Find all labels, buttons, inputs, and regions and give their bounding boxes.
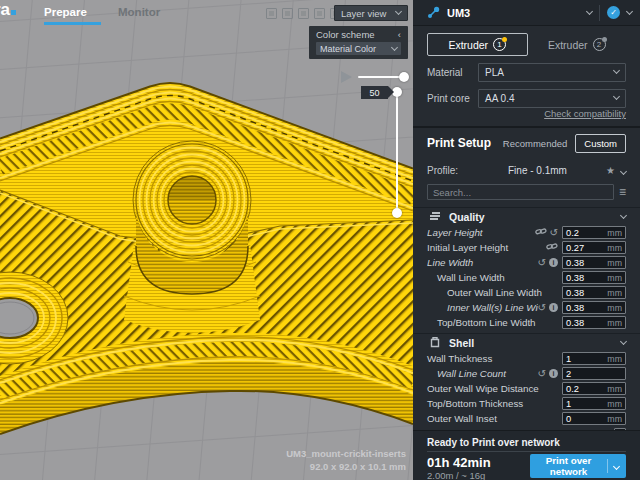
collapse-left-icon[interactable]: ‹ <box>398 29 401 40</box>
setting-value-field[interactable]: 0.2mm <box>562 382 626 395</box>
cura-logo: ra <box>0 0 16 20</box>
setting-label: Layer Height <box>413 227 535 238</box>
section-header-quality[interactable]: Quality <box>413 207 640 225</box>
info-icon[interactable]: i <box>549 303 558 312</box>
setting-value-field[interactable]: 0.38mm <box>562 316 626 329</box>
setting-row: Top/Bottom Line Width0.38mm <box>413 315 640 330</box>
divider <box>607 459 608 473</box>
setting-label: Inner Wall(s) Line Width <box>413 302 538 313</box>
section-header-shell[interactable]: Shell <box>413 333 640 351</box>
network-printer-icon <box>427 6 440 19</box>
setting-row: Outer Wall Wipe Distance0.2mm <box>413 381 640 396</box>
3d-viewport[interactable]: ra Prepare Monitor Layer view Color sche… <box>0 0 413 480</box>
chevron-down-icon <box>620 211 627 218</box>
color-scheme-title: Color scheme <box>316 29 375 40</box>
setting-row: Wall Thickness1mm <box>413 351 640 366</box>
setting-row: Wall Line Count↺i2 <box>413 366 640 381</box>
setting-label: Wall Thickness <box>413 353 562 364</box>
profile-label: Profile: <box>427 165 508 176</box>
profile-dropdown[interactable]: Fine - 0.1mm ★ <box>508 165 626 176</box>
revert-icon[interactable]: ↺ <box>550 228 558 238</box>
tab-extruder-1[interactable]: Extruder 1 <box>427 33 528 56</box>
setting-row: Wall Line Width0.38mm <box>413 270 640 285</box>
setting-row: Initial Layer Height0.27mm <box>413 240 640 255</box>
extruder-2-badge: 2 <box>593 38 606 51</box>
setting-value-field[interactable]: 0.2mm <box>562 226 626 239</box>
check-compatibility-link[interactable]: Check compatibility <box>544 108 626 119</box>
extruder-1-badge: 1 <box>493 38 506 51</box>
layer-play-button[interactable] <box>341 71 352 83</box>
setting-row: Line Width↺i0.38mm <box>413 255 640 270</box>
setting-value-field[interactable]: 0.38mm <box>562 271 626 284</box>
solid-view-icon[interactable] <box>282 8 293 19</box>
setting-value-field[interactable]: 0.27mm <box>562 241 626 254</box>
print-job-footer: Ready to Print over network 01h 42min 2.… <box>413 430 640 480</box>
material-dropdown[interactable]: PLA <box>478 63 626 82</box>
view-toolbar <box>266 8 341 19</box>
info-icon[interactable]: i <box>549 258 558 267</box>
layer-slider-handle-bottom[interactable] <box>392 208 402 218</box>
setting-label: Top/Bottom Thickness <box>413 398 562 409</box>
divider <box>413 126 640 128</box>
print-over-network-button[interactable]: Print over network <box>530 454 626 478</box>
setting-value-field[interactable]: 0.38mm <box>562 256 626 269</box>
print-core-dropdown[interactable]: AA 0.4 <box>478 89 626 108</box>
material-color-dot <box>502 37 507 42</box>
view-mode-label: Layer view <box>341 8 386 19</box>
setting-value-field[interactable]: 0.38mm <box>562 301 626 314</box>
tab-extruder-2[interactable]: Extruder 2 <box>528 33 627 56</box>
setting-value-field[interactable]: 1mm <box>562 352 626 365</box>
front-view-icon[interactable] <box>298 8 309 19</box>
custom-mode-button[interactable]: Custom <box>575 134 626 153</box>
chevron-down-icon[interactable] <box>626 7 633 14</box>
path-slider-handle[interactable] <box>399 72 409 82</box>
setting-search-input[interactable] <box>427 184 614 200</box>
top-view-icon[interactable] <box>314 8 325 19</box>
layer-number-badge: 50 <box>361 86 388 99</box>
setting-label: Outer Wall Line Width <box>413 287 562 298</box>
setting-value-field[interactable]: 1mm <box>562 397 626 410</box>
model-dimensions: 92.0 x 92.0 x 10.1 mm <box>286 460 406 473</box>
connection-ok-icon: ✓ <box>607 6 620 19</box>
open-file-icon[interactable] <box>266 8 277 19</box>
tab-prepare[interactable]: Prepare <box>44 6 87 18</box>
chevron-down-icon[interactable] <box>586 7 593 14</box>
tab-prepare-underline <box>44 22 101 25</box>
setting-filter-menu-icon[interactable]: ≡ <box>619 187 626 197</box>
material-label: Material <box>427 67 478 78</box>
recommended-mode-button[interactable]: Recommended <box>495 134 575 153</box>
divider <box>599 5 600 21</box>
info-icon[interactable]: i <box>549 369 558 378</box>
link-icon <box>535 227 547 238</box>
setting-label: Initial Layer Height <box>413 242 546 253</box>
shell-icon <box>429 336 441 350</box>
revert-icon[interactable]: ↺ <box>538 303 546 313</box>
setting-value-field[interactable]: 2 <box>562 367 626 380</box>
chevron-down-icon <box>613 67 620 74</box>
chevron-down-icon <box>613 93 620 100</box>
divider <box>427 451 626 452</box>
setting-label: Wall Line Width <box>413 272 562 283</box>
cura-window: ra Prepare Monitor Layer view Color sche… <box>0 0 640 480</box>
setting-row: Outer Wall Inset0mm <box>413 411 640 426</box>
setting-label: Wall Line Count <box>413 368 538 379</box>
setting-value-field[interactable]: 0.38mm <box>562 286 626 299</box>
chevron-down-icon[interactable] <box>613 462 620 469</box>
revert-icon[interactable]: ↺ <box>538 369 546 379</box>
setting-label: Outer Wall Wipe Distance <box>413 383 562 394</box>
sidebar-panel: UM3 ✓ Extruder 1 Extruder 2 <box>413 0 640 480</box>
setting-label: Top/Bottom Line Width <box>413 317 562 328</box>
setting-value-field[interactable]: 0mm <box>562 412 626 425</box>
machine-selector[interactable]: UM3 ✓ <box>413 0 640 26</box>
print-time-estimate: 01h 42min <box>427 455 491 470</box>
setting-label: Outer Wall Inset <box>413 413 562 424</box>
favorite-star-icon: ★ <box>606 165 615 176</box>
view-mode-dropdown[interactable]: Layer view <box>334 5 408 21</box>
layer-slider-track[interactable] <box>396 92 398 213</box>
path-slider-track[interactable] <box>358 76 402 78</box>
revert-icon[interactable]: ↺ <box>538 258 546 268</box>
chevron-down-icon <box>395 8 402 15</box>
tab-monitor[interactable]: Monitor <box>118 6 160 18</box>
color-scheme-dropdown[interactable]: Material Color <box>316 42 401 55</box>
chevron-down-icon <box>620 337 627 344</box>
